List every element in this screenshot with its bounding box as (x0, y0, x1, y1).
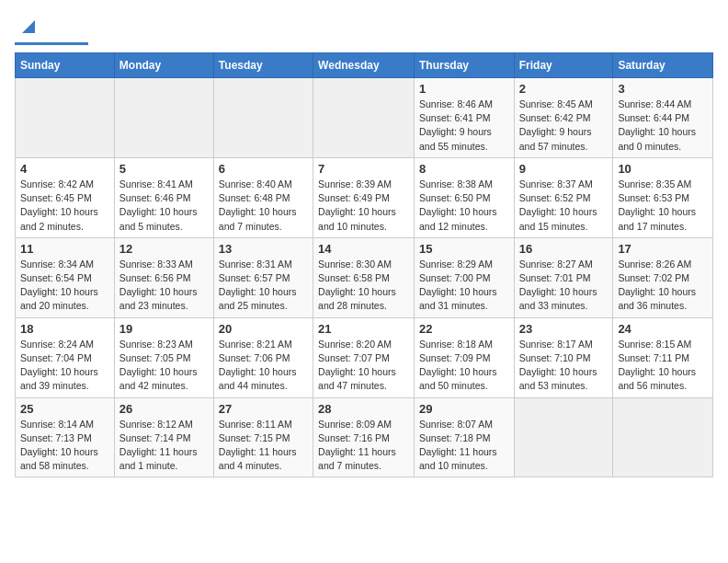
calendar-cell: 25Sunrise: 8:14 AM Sunset: 7:13 PM Dayli… (16, 397, 115, 477)
calendar-cell: 14Sunrise: 8:30 AM Sunset: 6:58 PM Dayli… (313, 237, 415, 317)
header-monday: Monday (114, 53, 213, 78)
day-info: Sunrise: 8:46 AM Sunset: 6:41 PM Dayligh… (419, 98, 509, 154)
day-number: 24 (618, 322, 708, 336)
day-info: Sunrise: 8:31 AM Sunset: 6:57 PM Dayligh… (219, 258, 308, 314)
logo-icon (18, 17, 39, 37)
day-number: 27 (219, 402, 308, 416)
calendar-cell (16, 78, 115, 158)
day-number: 18 (20, 322, 109, 336)
day-info: Sunrise: 8:38 AM Sunset: 6:50 PM Dayligh… (419, 178, 509, 234)
day-info: Sunrise: 8:18 AM Sunset: 7:09 PM Dayligh… (419, 338, 509, 394)
calendar-week-1: 1Sunrise: 8:46 AM Sunset: 6:41 PM Daylig… (16, 78, 713, 158)
day-info: Sunrise: 8:17 AM Sunset: 7:10 PM Dayligh… (519, 338, 609, 394)
calendar-week-3: 11Sunrise: 8:34 AM Sunset: 6:54 PM Dayli… (16, 237, 713, 317)
calendar-cell (514, 397, 613, 477)
day-number: 6 (219, 162, 308, 176)
day-number: 22 (419, 322, 509, 336)
calendar-cell: 7Sunrise: 8:39 AM Sunset: 6:49 PM Daylig… (313, 157, 415, 237)
day-number: 5 (119, 162, 209, 176)
day-info: Sunrise: 8:42 AM Sunset: 6:45 PM Dayligh… (20, 178, 109, 234)
calendar-cell: 20Sunrise: 8:21 AM Sunset: 7:06 PM Dayli… (213, 317, 313, 397)
day-info: Sunrise: 8:12 AM Sunset: 7:14 PM Dayligh… (119, 418, 209, 474)
calendar-cell: 9Sunrise: 8:37 AM Sunset: 6:52 PM Daylig… (514, 157, 613, 237)
day-number: 16 (519, 242, 609, 256)
day-number: 10 (618, 162, 708, 176)
day-info: Sunrise: 8:20 AM Sunset: 7:07 PM Dayligh… (318, 338, 409, 394)
day-info: Sunrise: 8:29 AM Sunset: 7:00 PM Dayligh… (419, 258, 509, 314)
day-number: 12 (119, 242, 209, 256)
day-number: 13 (219, 242, 308, 256)
day-info: Sunrise: 8:45 AM Sunset: 6:42 PM Dayligh… (519, 98, 609, 154)
calendar-cell: 2Sunrise: 8:45 AM Sunset: 6:42 PM Daylig… (514, 78, 613, 158)
day-number: 23 (519, 322, 609, 336)
calendar-table: SundayMondayTuesdayWednesdayThursdayFrid… (15, 52, 713, 477)
day-number: 28 (318, 402, 409, 416)
day-number: 25 (20, 402, 109, 416)
day-info: Sunrise: 8:26 AM Sunset: 7:02 PM Dayligh… (618, 258, 708, 314)
day-number: 9 (519, 162, 609, 176)
day-number: 4 (20, 162, 109, 176)
day-number: 21 (318, 322, 409, 336)
calendar-cell: 8Sunrise: 8:38 AM Sunset: 6:50 PM Daylig… (414, 157, 514, 237)
calendar-cell: 16Sunrise: 8:27 AM Sunset: 7:01 PM Dayli… (514, 237, 613, 317)
day-info: Sunrise: 8:07 AM Sunset: 7:18 PM Dayligh… (419, 418, 509, 474)
day-number: 19 (119, 322, 209, 336)
calendar-cell (213, 78, 313, 158)
calendar-cell: 22Sunrise: 8:18 AM Sunset: 7:09 PM Dayli… (414, 317, 514, 397)
calendar-cell: 17Sunrise: 8:26 AM Sunset: 7:02 PM Dayli… (613, 237, 713, 317)
day-number: 7 (318, 162, 409, 176)
calendar-cell: 18Sunrise: 8:24 AM Sunset: 7:04 PM Dayli… (16, 317, 115, 397)
calendar-cell: 5Sunrise: 8:41 AM Sunset: 6:46 PM Daylig… (114, 157, 213, 237)
day-info: Sunrise: 8:40 AM Sunset: 6:48 PM Dayligh… (219, 178, 308, 234)
day-info: Sunrise: 8:41 AM Sunset: 6:46 PM Dayligh… (119, 178, 209, 234)
day-info: Sunrise: 8:14 AM Sunset: 7:13 PM Dayligh… (20, 418, 109, 474)
day-info: Sunrise: 8:37 AM Sunset: 6:52 PM Dayligh… (519, 178, 609, 234)
calendar-cell: 10Sunrise: 8:35 AM Sunset: 6:53 PM Dayli… (613, 157, 713, 237)
day-info: Sunrise: 8:23 AM Sunset: 7:05 PM Dayligh… (119, 338, 209, 394)
day-info: Sunrise: 8:30 AM Sunset: 6:58 PM Dayligh… (318, 258, 409, 314)
day-info: Sunrise: 8:09 AM Sunset: 7:16 PM Dayligh… (318, 418, 409, 474)
calendar-cell: 15Sunrise: 8:29 AM Sunset: 7:00 PM Dayli… (414, 237, 514, 317)
calendar-cell: 4Sunrise: 8:42 AM Sunset: 6:45 PM Daylig… (16, 157, 115, 237)
calendar-cell: 29Sunrise: 8:07 AM Sunset: 7:18 PM Dayli… (414, 397, 514, 477)
day-number: 29 (419, 402, 509, 416)
day-number: 17 (618, 242, 708, 256)
calendar-cell: 26Sunrise: 8:12 AM Sunset: 7:14 PM Dayli… (114, 397, 213, 477)
day-info: Sunrise: 8:15 AM Sunset: 7:11 PM Dayligh… (618, 338, 708, 394)
header-tuesday: Tuesday (213, 53, 313, 78)
day-info: Sunrise: 8:27 AM Sunset: 7:01 PM Dayligh… (519, 258, 609, 314)
calendar-cell: 19Sunrise: 8:23 AM Sunset: 7:05 PM Dayli… (114, 317, 213, 397)
calendar-cell: 21Sunrise: 8:20 AM Sunset: 7:07 PM Dayli… (313, 317, 415, 397)
calendar-cell: 1Sunrise: 8:46 AM Sunset: 6:41 PM Daylig… (414, 78, 514, 158)
day-number: 8 (419, 162, 509, 176)
day-info: Sunrise: 8:33 AM Sunset: 6:56 PM Dayligh… (119, 258, 209, 314)
day-number: 11 (20, 242, 109, 256)
header-thursday: Thursday (414, 53, 514, 78)
calendar-week-4: 18Sunrise: 8:24 AM Sunset: 7:04 PM Dayli… (16, 317, 713, 397)
day-info: Sunrise: 8:44 AM Sunset: 6:44 PM Dayligh… (618, 98, 708, 154)
day-info: Sunrise: 8:21 AM Sunset: 7:06 PM Dayligh… (219, 338, 308, 394)
calendar-cell: 27Sunrise: 8:11 AM Sunset: 7:15 PM Dayli… (213, 397, 313, 477)
day-number: 26 (119, 402, 209, 416)
logo (15, 15, 88, 45)
day-info: Sunrise: 8:34 AM Sunset: 6:54 PM Dayligh… (20, 258, 109, 314)
day-info: Sunrise: 8:39 AM Sunset: 6:49 PM Dayligh… (318, 178, 409, 234)
calendar-cell: 12Sunrise: 8:33 AM Sunset: 6:56 PM Dayli… (114, 237, 213, 317)
day-number: 2 (519, 82, 609, 96)
calendar-cell: 11Sunrise: 8:34 AM Sunset: 6:54 PM Dayli… (16, 237, 115, 317)
day-number: 1 (419, 82, 509, 96)
day-number: 15 (419, 242, 509, 256)
page-header (15, 15, 713, 45)
day-info: Sunrise: 8:11 AM Sunset: 7:15 PM Dayligh… (219, 418, 308, 474)
header-saturday: Saturday (613, 53, 713, 78)
calendar-header-row: SundayMondayTuesdayWednesdayThursdayFrid… (16, 53, 713, 78)
svg-marker-0 (22, 20, 35, 33)
calendar-week-5: 25Sunrise: 8:14 AM Sunset: 7:13 PM Dayli… (16, 397, 713, 477)
calendar-cell: 6Sunrise: 8:40 AM Sunset: 6:48 PM Daylig… (213, 157, 313, 237)
calendar-cell: 28Sunrise: 8:09 AM Sunset: 7:16 PM Dayli… (313, 397, 415, 477)
logo-underline (15, 42, 88, 45)
calendar-cell: 24Sunrise: 8:15 AM Sunset: 7:11 PM Dayli… (613, 317, 713, 397)
calendar-cell (313, 78, 415, 158)
calendar-cell: 23Sunrise: 8:17 AM Sunset: 7:10 PM Dayli… (514, 317, 613, 397)
calendar-week-2: 4Sunrise: 8:42 AM Sunset: 6:45 PM Daylig… (16, 157, 713, 237)
